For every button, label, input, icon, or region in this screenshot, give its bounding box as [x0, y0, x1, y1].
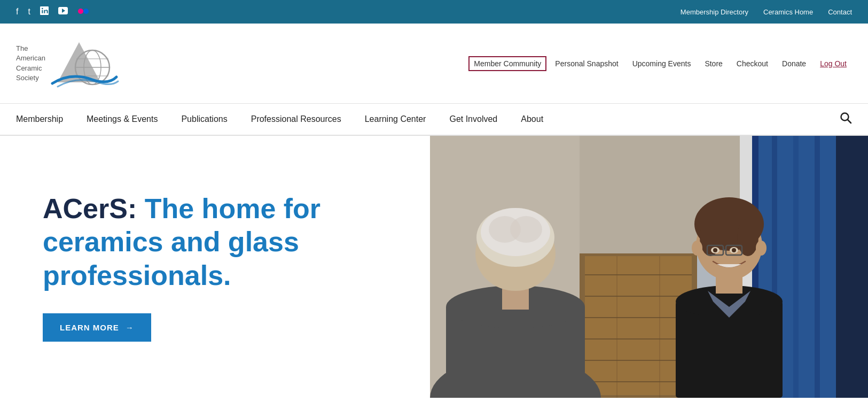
svg-line-12 [848, 120, 851, 123]
ceramics-home-link[interactable]: Ceramics Home [763, 8, 813, 16]
top-bar: f t Membership Directory Ceramics Home C… [0, 0, 868, 24]
upcoming-events-link[interactable]: Upcoming Events [627, 56, 697, 71]
checkout-link[interactable]: Checkout [731, 56, 773, 71]
twitter-icon[interactable]: t [28, 7, 30, 17]
main-nav: Membership Meetings & Events Publication… [0, 104, 868, 136]
hero-photo-svg [430, 136, 868, 398]
nav-learning-center[interactable]: Learning Center [353, 114, 438, 124]
header-nav: Member Community Personal Snapshot Upcom… [144, 56, 852, 71]
svg-rect-62 [430, 136, 868, 398]
top-bar-links: Membership Directory Ceramics Home Conta… [681, 8, 852, 16]
header: TheAmericanCeramicSociety Member Communi… [0, 24, 868, 104]
cta-arrow: → [126, 323, 134, 332]
main-nav-items: Membership Meetings & Events Publication… [16, 114, 555, 124]
logo-text: TheAmericanCeramicSociety [16, 44, 45, 83]
membership-directory-link[interactable]: Membership Directory [681, 8, 748, 16]
contact-link[interactable]: Contact [828, 8, 852, 16]
linkedin-icon[interactable] [40, 6, 49, 17]
hero-image [430, 136, 868, 398]
nav-professional-resources[interactable]: Professional Resources [239, 114, 353, 124]
hero-left: ACerS: The home for ceramics and glass p… [0, 136, 430, 398]
logo-graphic [50, 40, 119, 88]
nav-meetings-events[interactable]: Meetings & Events [75, 114, 169, 124]
cta-label: LEARN MORE [60, 323, 119, 332]
store-link[interactable]: Store [699, 56, 728, 71]
member-community-link[interactable]: Member Community [468, 56, 546, 71]
nav-publications[interactable]: Publications [169, 114, 239, 124]
nav-membership[interactable]: Membership [16, 114, 75, 124]
logo-area[interactable]: TheAmericanCeramicSociety [16, 40, 144, 88]
donate-link[interactable]: Donate [777, 56, 811, 71]
nav-about[interactable]: About [509, 114, 555, 124]
flickr-icon[interactable] [77, 7, 89, 17]
hero-section: ACerS: The home for ceramics and glass p… [0, 136, 868, 398]
svg-point-4 [83, 9, 89, 14]
learn-more-button[interactable]: LEARN MORE → [43, 313, 151, 342]
social-icons: f t [16, 6, 89, 17]
hero-headline: ACerS: The home for ceramics and glass p… [43, 192, 387, 292]
search-icon[interactable] [839, 111, 852, 127]
svg-point-3 [78, 9, 83, 14]
log-out-link[interactable]: Log Out [815, 56, 852, 71]
nav-get-involved[interactable]: Get Involved [437, 114, 509, 124]
facebook-icon[interactable]: f [16, 7, 18, 17]
personal-snapshot-link[interactable]: Personal Snapshot [550, 56, 623, 71]
youtube-icon[interactable] [58, 7, 68, 17]
hero-headline-black: ACerS: [43, 193, 137, 224]
